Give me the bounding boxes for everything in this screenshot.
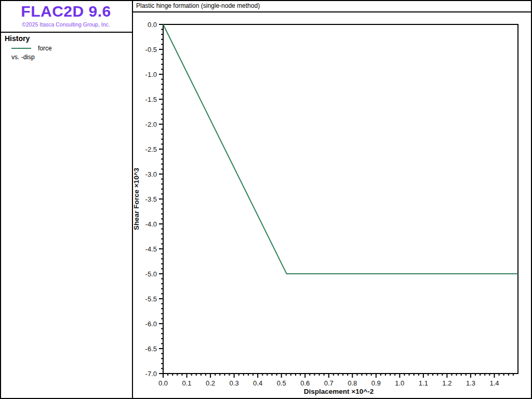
y-tick-label: -5.0 bbox=[145, 270, 157, 278]
x-tick-label: 0.4 bbox=[253, 379, 262, 387]
sidebar-separator bbox=[132, 0, 133, 399]
plot-frame bbox=[163, 24, 518, 374]
x-tick-label: 0.1 bbox=[182, 379, 191, 387]
x-tick-label: 0.8 bbox=[348, 379, 357, 387]
x-tick-label: 0.9 bbox=[371, 379, 381, 387]
series-line bbox=[163, 24, 518, 274]
plot-canvas[interactable]: 0.0-0.5-1.0-1.5-2.0-2.5-3.0-3.5-4.0-4.5-… bbox=[0, 0, 532, 399]
x-tick-label: 1.4 bbox=[489, 379, 499, 387]
y-tick-label: -3.0 bbox=[145, 170, 157, 178]
y-tick-label: -7.0 bbox=[145, 370, 157, 378]
y-tick-label: 0.0 bbox=[148, 21, 157, 29]
y-tick-label: -0.5 bbox=[145, 46, 157, 54]
y-tick-label: -4.0 bbox=[145, 220, 157, 228]
x-tick-label: 0.2 bbox=[206, 379, 215, 387]
plot-title: Plastic hinge formation (single-node met… bbox=[136, 2, 260, 9]
x-tick-label: 0.3 bbox=[230, 379, 239, 387]
y-tick-label: -2.5 bbox=[145, 145, 157, 153]
x-tick-label: 1.2 bbox=[442, 379, 451, 387]
y-tick-label: -4.5 bbox=[145, 245, 157, 253]
y-tick-label: -2.0 bbox=[145, 121, 157, 128]
x-tick-label: 0.0 bbox=[158, 379, 168, 387]
y-tick-label: -6.0 bbox=[145, 320, 157, 328]
y-tick-label: -5.5 bbox=[145, 295, 157, 303]
plot-titlebar: Plastic hinge formation (single-node met… bbox=[133, 0, 532, 12]
app-window: FLAC2D 9.6 ©2025 Itasca Consulting Group… bbox=[0, 0, 532, 399]
x-axis-title: Displacement ×10^-2 bbox=[304, 388, 374, 395]
x-tick-label: 0.7 bbox=[324, 379, 334, 387]
y-tick-label: -6.5 bbox=[145, 345, 157, 353]
x-tick-label: 0.5 bbox=[277, 379, 286, 387]
y-axis-title: Shear Force ×10^3 bbox=[132, 167, 140, 230]
x-tick-label: 1.0 bbox=[395, 379, 404, 387]
y-tick-label: -1.0 bbox=[145, 71, 157, 78]
y-tick-label: -1.5 bbox=[145, 96, 157, 103]
x-tick-label: 1.3 bbox=[466, 379, 475, 387]
y-tick-label: -3.5 bbox=[145, 195, 157, 203]
x-tick-label: 0.6 bbox=[300, 379, 310, 387]
x-tick-label: 1.1 bbox=[419, 379, 428, 387]
